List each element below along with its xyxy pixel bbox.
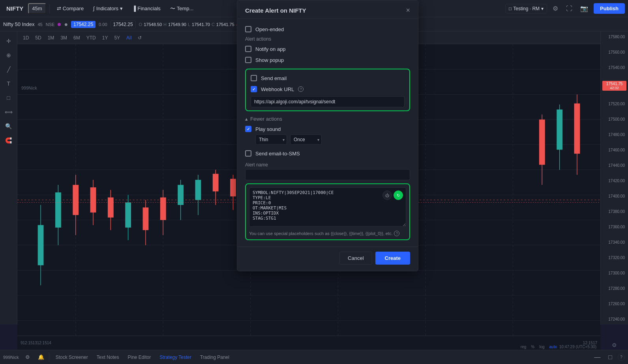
alert-icon-bottom[interactable]: 🔔 xyxy=(36,353,47,362)
tf-1d[interactable]: 1D xyxy=(21,34,31,42)
measure-tool[interactable]: ⟺ xyxy=(2,106,15,118)
webhook-checkbox[interactable] xyxy=(251,86,257,92)
price-level-14: 17340.00 xyxy=(602,240,626,245)
tf-5y[interactable]: 5Y xyxy=(112,34,122,42)
send-sms-label: Send email-to-SMS xyxy=(255,151,300,157)
cursor-tool[interactable]: ✛ xyxy=(2,35,15,47)
message-box: Message SYMBOL:NIFTY|30SEP2021|17000|CE … xyxy=(245,183,410,240)
separator-1 xyxy=(49,4,50,13)
price-level-16: 17300.00 xyxy=(602,271,626,275)
price-level-18: 17260.00 xyxy=(602,302,626,306)
message-inner: Message SYMBOL:NIFTY|30SEP2021|17000|CE … xyxy=(249,187,406,228)
bottom-sep xyxy=(49,353,49,362)
open-value: 17548.50 xyxy=(144,22,162,27)
sound-freq-dropdown[interactable]: Once Open Every xyxy=(290,134,322,145)
send-popup-label: Show popup xyxy=(255,57,284,63)
price-level-12: 17380.00 xyxy=(602,209,626,214)
text-tool[interactable]: T xyxy=(2,77,15,90)
tf-all[interactable]: All xyxy=(124,34,134,42)
minimize-icon[interactable]: — xyxy=(592,352,603,362)
play-sound-label: Play sound xyxy=(255,126,281,132)
send-sms-checkbox[interactable] xyxy=(245,150,251,157)
tf-1m[interactable]: 1M xyxy=(45,34,57,42)
indicators-button[interactable]: ∫ Indicators ▾ xyxy=(89,4,127,13)
svg-rect-41 xyxy=(230,179,236,196)
templates-button[interactable]: 〜 Temp... xyxy=(166,4,198,14)
svg-rect-37 xyxy=(195,180,201,200)
refresh-icon-btn[interactable]: ↻ xyxy=(394,190,403,200)
notify-app-checkbox[interactable] xyxy=(245,46,251,52)
send-email-checkbox[interactable] xyxy=(251,75,257,81)
line-tool[interactable]: ╱ xyxy=(2,63,15,76)
publish-button[interactable]: Publish xyxy=(594,3,625,14)
tab-pine-editor[interactable]: Pine Editor xyxy=(124,353,155,362)
time-1215a: 12:15 xyxy=(23,341,33,345)
modal-close-button[interactable]: × xyxy=(406,7,410,14)
webhook-url-input[interactable] xyxy=(251,96,405,107)
magnet-tool[interactable]: 🧲 xyxy=(2,134,15,147)
shape-tool[interactable]: □ xyxy=(2,91,15,104)
alert-name-input[interactable] xyxy=(245,169,410,180)
help-icon[interactable]: ? xyxy=(618,354,625,361)
camera-button[interactable]: 📷 xyxy=(578,3,591,14)
svg-rect-53 xyxy=(557,110,562,150)
tab-stock-screener[interactable]: Stock Screener xyxy=(52,353,92,362)
sound-type-dropdown[interactable]: Thin Regular Strong xyxy=(255,134,287,145)
tab-trading-panel[interactable]: Trading Panel xyxy=(196,353,233,362)
settings-icon-button[interactable]: ⚙ xyxy=(550,3,561,14)
price-level-10: 17420.00 xyxy=(602,179,626,183)
tf-replay[interactable]: ↺ xyxy=(135,34,144,42)
high-label: H xyxy=(163,22,167,27)
hint-help-icon[interactable]: ? xyxy=(394,231,399,236)
tab-strategy-tester[interactable]: Strategy Tester xyxy=(156,353,195,362)
fewer-actions-row[interactable]: ▴ Fewer actions xyxy=(245,114,410,123)
testing-icon: □ xyxy=(509,6,512,11)
play-sound-checkbox[interactable] xyxy=(245,126,251,132)
tf-ytd[interactable]: YTD xyxy=(84,34,98,42)
message-content-area: SYMBOL:NIFTY|30SEP2021|17000|CE TYPE:LE … xyxy=(249,187,406,228)
fullscreen-button[interactable]: ⛶ xyxy=(564,4,575,14)
open-ended-label: Open-ended xyxy=(255,26,284,32)
price-scale: 17580.00 17560.00 17540.00 17541.75 42:3… xyxy=(600,32,628,325)
financials-icon: ▐ xyxy=(132,6,136,11)
testing-button[interactable]: □ Testing · RM ▾ xyxy=(505,4,547,13)
sound-type-dropdown-wrap: Thin Regular Strong xyxy=(255,134,287,145)
top-right-tools: □ Testing · RM ▾ ⚙ ⛶ 📷 Publish xyxy=(505,3,625,14)
tab-text-notes[interactable]: Text Notes xyxy=(93,353,123,362)
open-ended-checkbox[interactable] xyxy=(245,26,251,32)
close-value: 17541.75 xyxy=(216,22,234,27)
tf-1y[interactable]: 1Y xyxy=(100,34,111,42)
price-level-17: 17280.00 xyxy=(602,286,626,291)
exchange-label: NSE xyxy=(46,22,55,27)
bottom-right: — □ ? xyxy=(592,352,625,362)
dot-separator: ● xyxy=(64,21,68,28)
svg-rect-23 xyxy=(73,185,79,215)
send-popup-checkbox[interactable] xyxy=(245,57,251,63)
financials-button[interactable]: ▐ Financials xyxy=(128,4,165,13)
tf-5d[interactable]: 5D xyxy=(33,34,43,42)
price-level-6: 17500.00 xyxy=(602,117,626,121)
bottom-toolbar: 999Nick ⚙ 🔔 Stock Screener Text Notes Pi… xyxy=(0,350,628,364)
maximize-icon[interactable]: □ xyxy=(606,352,615,362)
price-scale-gear[interactable]: ⚙ xyxy=(600,342,628,348)
svg-rect-31 xyxy=(143,207,149,230)
symbol-name: Nifty 50 Index xyxy=(3,21,35,27)
crosshair-tool[interactable]: ⊕ xyxy=(2,49,15,62)
create-button[interactable]: Create xyxy=(375,252,410,265)
compare-button[interactable]: ⇄ Compare xyxy=(53,4,88,13)
time-14: 14 xyxy=(47,341,51,345)
settings-icon-bottom[interactable]: ⚙ xyxy=(23,353,32,362)
tf-6m[interactable]: 6M xyxy=(71,34,82,42)
timeframe-button[interactable]: 45m xyxy=(28,3,46,14)
webhook-help-icon[interactable]: ? xyxy=(298,86,304,92)
zoom-tool[interactable]: 🔍 xyxy=(2,120,15,133)
symbol-color-dot xyxy=(58,23,61,26)
power-icon-btn[interactable]: ⏻ xyxy=(382,190,392,200)
cancel-button[interactable]: Cancel xyxy=(339,252,372,265)
close-label: C xyxy=(212,22,215,27)
price-level-15: 17320.00 xyxy=(602,256,626,260)
time-1215b: 12:15 xyxy=(37,341,47,345)
templates-icon: 〜 xyxy=(170,5,175,12)
tf-3m[interactable]: 3M xyxy=(58,34,69,42)
chart-username: 999Nick xyxy=(21,86,37,90)
